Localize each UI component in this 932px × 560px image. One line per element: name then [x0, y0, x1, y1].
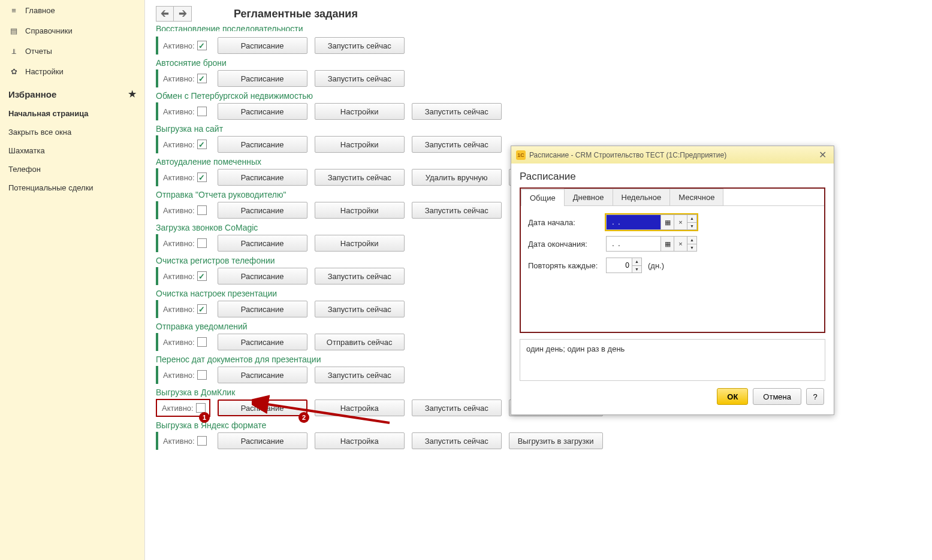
run_now-button[interactable]: Запустить сейчас [315, 367, 405, 383]
active-label: Активно: [162, 404, 194, 413]
active-checkbox[interactable] [197, 41, 207, 50]
close-icon[interactable]: ✕ [816, 149, 829, 161]
active-checkbox[interactable] [197, 238, 207, 248]
active-checkbox[interactable] [197, 304, 207, 314]
run_now-button[interactable]: Запустить сейчас [412, 202, 502, 219]
settings-button[interactable]: Настройки [315, 235, 405, 252]
schedule-button[interactable]: Расписание [218, 103, 307, 120]
start-date-input[interactable]: ▦ × ▲▼ [606, 214, 697, 230]
schedule-button[interactable]: Расписание [218, 202, 307, 219]
run_now-button[interactable]: Запустить сейчас [412, 103, 502, 120]
cancel-button[interactable]: Отмена [753, 388, 801, 405]
active-checkbox[interactable] [197, 370, 207, 380]
task-title[interactable]: Выгрузка на сайт [156, 124, 921, 134]
repeat-unit: (дн.) [648, 261, 664, 270]
spinner[interactable]: ▲▼ [687, 237, 696, 251]
schedule-button[interactable]: Расписание [218, 136, 307, 153]
repeat-label: Повторять каждые: [528, 261, 606, 270]
marker-1: 1 [199, 412, 210, 423]
task-row: Активно:РасписаниеНастройкиЗапустить сей… [156, 102, 921, 120]
nav-label: Справочники [25, 26, 73, 35]
run_now-button[interactable]: Запустить сейчас [412, 136, 502, 153]
tab-2[interactable]: Недельное [613, 189, 671, 205]
schedule-button[interactable]: Расписание [218, 70, 307, 87]
settings-button[interactable]: Настройки [315, 202, 405, 219]
task-row: Активно:РасписаниеЗапустить сейчас [156, 69, 921, 87]
star-icon[interactable]: ★ [128, 89, 136, 99]
repeat-input[interactable]: ▲▼ [606, 258, 642, 273]
back-button[interactable]: 🡰 [156, 6, 174, 22]
settings_single-button[interactable]: Настройка [315, 399, 405, 416]
clear-icon[interactable]: × [674, 237, 687, 251]
task-title[interactable]: Выгрузка в Яндекс формате [156, 420, 921, 430]
schedule-button[interactable]: Расписание [218, 268, 307, 284]
delete_manual-button[interactable]: Удалить вручную [412, 169, 502, 186]
active-checkbox[interactable] [196, 403, 206, 413]
task-title[interactable]: Автоснятие брони [156, 58, 921, 68]
active-checkbox[interactable] [197, 205, 207, 215]
help-button[interactable]: ? [806, 388, 824, 405]
nav-label: Отчеты [25, 47, 52, 56]
clear-icon[interactable]: × [674, 215, 687, 229]
run_now-button[interactable]: Запустить сейчас [315, 37, 405, 54]
nav-item-3[interactable]: ✿Настройки [0, 61, 144, 81]
forward-button[interactable]: 🡲 [174, 6, 192, 22]
run_now-button[interactable]: Запустить сейчас [412, 399, 502, 416]
task-title[interactable]: Обмен с Петербургской недвижимостью [156, 91, 921, 101]
schedule-button[interactable]: Расписание [218, 301, 307, 317]
active-checkbox[interactable] [197, 140, 207, 149]
schedule-button[interactable]: Расписание [218, 334, 307, 350]
tab-1[interactable]: Дневное [564, 189, 613, 205]
fav-item-3[interactable]: Телефон [0, 160, 144, 178]
task-0: Восстановление последовательностиАктивно… [156, 28, 921, 55]
send_now-button[interactable]: Отправить сейчас [315, 334, 405, 350]
run_now-button[interactable]: Запустить сейчас [315, 70, 405, 87]
fav-item-0[interactable]: Начальная страница [0, 104, 144, 123]
tab-3[interactable]: Месячное [669, 189, 723, 205]
run_now-button[interactable]: Запустить сейчас [315, 268, 405, 284]
active-checkbox[interactable] [197, 107, 207, 116]
tab-panel-general: Дата начала: ▦ × ▲▼ Дата окончания: ▦ × … [521, 206, 824, 332]
run_now-button[interactable]: Запустить сейчас [315, 301, 405, 317]
active-checkbox[interactable] [197, 172, 207, 182]
spinner[interactable]: ▲▼ [632, 258, 641, 273]
ok-button[interactable]: ОК [717, 388, 748, 405]
schedule-button[interactable]: Расписание [218, 169, 307, 186]
active-checkbox[interactable] [197, 74, 207, 83]
fav-item-4[interactable]: Потенциальные сделки [0, 178, 144, 197]
spinner[interactable]: ▲▼ [687, 215, 696, 229]
nav-icon: ✿ [8, 66, 19, 77]
app-icon: 1C [516, 150, 526, 160]
nav-item-1[interactable]: ▤Справочники [0, 20, 144, 41]
active-checkbox[interactable] [197, 337, 207, 347]
nav-item-0[interactable]: ≡Главное [0, 0, 144, 20]
schedule-button[interactable]: Расписание [218, 367, 307, 383]
calendar-icon[interactable]: ▦ [660, 215, 674, 229]
end-date-label: Дата окончания: [528, 240, 606, 249]
schedule-button[interactable]: Расписание [218, 399, 307, 416]
run_now-button[interactable]: Запустить сейчас [412, 432, 502, 449]
dialog-titlebar[interactable]: 1C Расписание - CRM Строительство ТЕСТ (… [511, 146, 834, 164]
run_now-button[interactable]: Запустить сейчас [315, 169, 405, 186]
settings_single-button[interactable]: Настройка [315, 432, 405, 449]
settings-button[interactable]: Настройки [315, 136, 405, 153]
repeat-field[interactable] [607, 258, 632, 273]
schedule-button[interactable]: Расписание [218, 37, 307, 54]
fav-item-1[interactable]: Закрыть все окна [0, 123, 144, 141]
active-block: Активно: [156, 366, 210, 384]
nav-item-2[interactable]: ⫫Отчеты [0, 41, 144, 61]
active-checkbox[interactable] [197, 271, 207, 281]
task-title[interactable]: Восстановление последовательности [156, 24, 921, 31]
end-date-field[interactable] [607, 237, 660, 251]
active-checkbox[interactable] [197, 436, 207, 446]
active-block: Активно: [156, 333, 210, 351]
settings-button[interactable]: Настройки [315, 103, 405, 120]
upload_to-button[interactable]: Выгрузить в загрузки [509, 432, 603, 449]
schedule-button[interactable]: Расписание [218, 432, 307, 449]
tab-0[interactable]: Общие [521, 189, 565, 206]
schedule-button[interactable]: Расписание [218, 235, 307, 252]
fav-item-2[interactable]: Шахматка [0, 141, 144, 160]
calendar-icon[interactable]: ▦ [660, 237, 674, 251]
end-date-input[interactable]: ▦ × ▲▼ [606, 236, 697, 252]
start-date-field[interactable] [607, 215, 660, 229]
